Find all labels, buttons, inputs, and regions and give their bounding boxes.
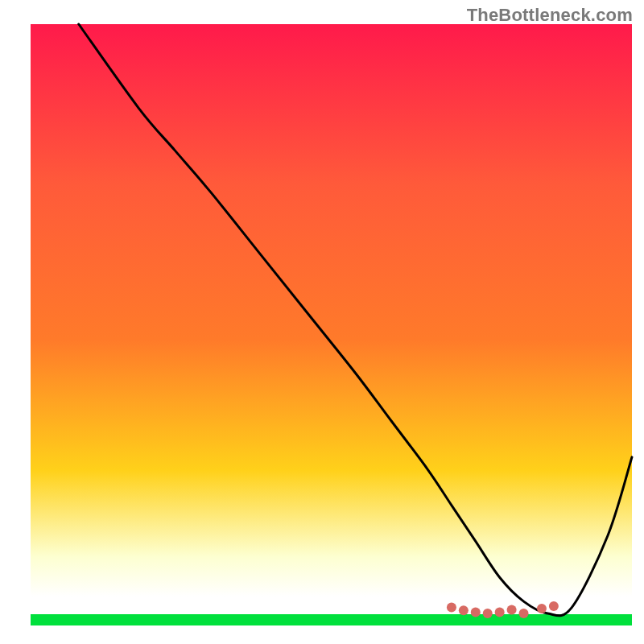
- optimal-marker: [495, 608, 505, 617]
- optimal-marker: [483, 609, 493, 618]
- optimal-marker: [507, 605, 517, 615]
- optimal-marker: [519, 609, 529, 618]
- optimal-marker: [459, 605, 469, 615]
- optimal-marker: [537, 604, 547, 613]
- optimal-marker: [447, 603, 456, 613]
- chart-stage: TheBottleneck.com: [0, 0, 644, 644]
- heat-background: [31, 24, 632, 597]
- optimal-marker: [549, 601, 559, 611]
- bottleneck-chart: [0, 0, 644, 644]
- green-band: [31, 614, 632, 625]
- optimal-marker: [471, 608, 481, 617]
